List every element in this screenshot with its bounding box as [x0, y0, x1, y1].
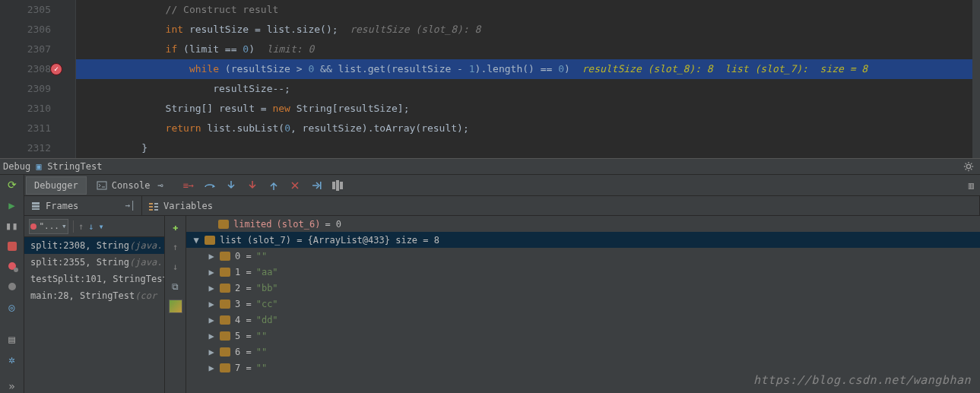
pin-icon[interactable]: ⊸ — [157, 180, 163, 191]
variable-row[interactable]: ▶1 = "aa" — [186, 264, 980, 280]
expand-icon[interactable]: ▶ — [208, 267, 215, 277]
drop-frame-icon[interactable] — [287, 178, 303, 193]
settings-icon[interactable]: ✲ — [5, 353, 20, 367]
variable-row[interactable]: ▶2 = "bb" — [186, 280, 980, 296]
code-line[interactable]: resultSize--; — [76, 79, 980, 99]
toolwindow-settings-icon[interactable] — [963, 161, 974, 172]
frame-row[interactable]: testSplit:101, StringTest — [24, 271, 164, 287]
code-line[interactable]: // Construct result — [76, 0, 980, 20]
frames-list[interactable]: split:2308, String (java.la split:2355, … — [24, 237, 164, 393]
debug-tabs: Debugger Console ⊸ ≡→ — [24, 175, 980, 196]
svg-rect-7 — [149, 206, 153, 208]
variables-icon — [148, 201, 159, 211]
frames-panel[interactable]: "... ▾ ↑ ↓ ▾ split:2308, String (java.la… — [24, 216, 165, 393]
layout-settings-icon[interactable]: ▤ — [5, 332, 20, 347]
line-number[interactable]: 2307 — [0, 40, 69, 59]
code-line[interactable]: String[] result = new String[resultSize]… — [76, 99, 980, 119]
object-icon — [205, 236, 215, 245]
breakpoint-icon[interactable] — [50, 63, 62, 75]
frames-pin-icon[interactable]: →│ — [125, 201, 135, 211]
pause-icon[interactable]: ▮▮ — [5, 219, 20, 233]
force-step-into-icon[interactable] — [245, 178, 260, 193]
debug-panel-headers: Frames →│ Variables — [24, 196, 980, 216]
code-line[interactable]: return list.subList(0, resultSize).toArr… — [76, 119, 980, 138]
next-frame-icon[interactable]: ↓ — [88, 221, 94, 232]
frames-title: Frames — [46, 201, 78, 211]
code-area[interactable]: // Construct result int resultSize = lis… — [76, 0, 980, 158]
expand-icon[interactable]: ▶ — [208, 347, 215, 357]
variable-row[interactable]: ▶6 = "" — [186, 344, 980, 360]
frame-row[interactable]: main:28, StringTest (cor — [24, 287, 164, 304]
svg-rect-9 — [154, 203, 158, 204]
code-line[interactable]: int resultSize = list.size(); resultSize… — [76, 20, 980, 40]
svg-rect-4 — [32, 205, 40, 208]
step-into-icon[interactable] — [224, 178, 239, 193]
evaluate-expression-icon[interactable] — [330, 178, 345, 193]
stop-icon[interactable] — [5, 239, 20, 253]
resume-icon[interactable]: ▶ — [5, 198, 20, 213]
variable-row[interactable]: limited (slot_6) = 0 — [186, 216, 980, 232]
variables-tree[interactable]: limited (slot_6) = 0 ▼ list (slot_7) = {… — [186, 216, 980, 393]
expand-icon[interactable]: ▼ — [192, 235, 200, 246]
rerun-icon[interactable]: ⟳ — [5, 178, 20, 192]
show-execution-point-icon[interactable]: ≡→ — [181, 178, 196, 193]
expand-icon[interactable]: ▶ — [208, 363, 215, 373]
line-number[interactable]: 2306 — [0, 20, 69, 40]
object-icon — [220, 252, 230, 261]
run-to-cursor-icon[interactable] — [309, 178, 324, 193]
run-config-name[interactable]: StringTest — [47, 161, 102, 172]
variable-row[interactable]: ▶0 = "" — [186, 248, 980, 264]
step-out-icon[interactable] — [266, 178, 281, 193]
debug-toolwindow-header[interactable]: Debug ▣ StringTest — [0, 158, 980, 175]
thread-selector[interactable]: "... ▾ — [29, 219, 68, 234]
object-icon — [220, 363, 230, 372]
nav-down-icon[interactable]: ↓ — [169, 260, 182, 274]
line-number[interactable]: 2308 — [0, 59, 69, 79]
step-over-icon[interactable] — [202, 178, 217, 193]
editor-scrollbar[interactable] — [972, 0, 980, 158]
line-number[interactable]: 2310 — [0, 99, 69, 119]
editor-gutter[interactable]: 2305 2306 2307 2308 2309 2310 2311 2312 — [0, 0, 76, 158]
object-icon — [220, 300, 230, 309]
variable-row[interactable]: ▶5 = "" — [186, 328, 980, 344]
nav-up-icon[interactable]: ↑ — [169, 240, 182, 254]
view-as-image-icon[interactable] — [169, 300, 182, 313]
watermark-text: https://blog.csdn.net/wangbhan — [753, 373, 971, 387]
svg-rect-11 — [154, 209, 158, 211]
copy-icon[interactable]: ⧉ — [169, 280, 182, 293]
expand-icon[interactable]: ▶ — [208, 315, 215, 325]
line-number[interactable]: 2309 — [0, 79, 69, 99]
expand-icon[interactable]: ▶ — [208, 331, 215, 341]
code-line-current[interactable]: while (resultSize > 0 && list.get(result… — [76, 59, 980, 79]
frame-row[interactable]: split:2308, String (java.la — [24, 237, 164, 254]
expand-icon[interactable]: ▶ — [208, 251, 215, 261]
tab-extra-icon[interactable]: ▥ — [969, 180, 974, 191]
variables-panel[interactable]: ✚ ↑ ↓ ⧉ limited (slot_6) = 0 ▼ li — [165, 216, 980, 393]
line-number[interactable]: 2312 — [0, 138, 69, 158]
expand-icon[interactable]: ▶ — [208, 283, 215, 293]
tab-debugger[interactable]: Debugger — [26, 176, 87, 195]
code-line[interactable]: if (limit == 0) limit: 0 — [76, 40, 980, 59]
variable-row[interactable]: ▼ list (slot_7) = {ArrayList@433} size =… — [186, 232, 980, 248]
frames-icon — [30, 201, 41, 211]
get-thread-dump-icon[interactable]: ◎ — [5, 300, 20, 315]
prev-frame-icon[interactable]: ↑ — [78, 221, 84, 232]
expand-icon[interactable]: ▶ — [208, 299, 215, 309]
view-breakpoints-icon[interactable] — [5, 259, 20, 274]
code-editor[interactable]: 2305 2306 2307 2308 2309 2310 2311 2312 … — [0, 0, 980, 158]
variables-header[interactable]: Variables — [142, 196, 980, 215]
variable-row[interactable]: ▶3 = "cc" — [186, 296, 980, 312]
frame-row[interactable]: split:2355, String (java.la — [24, 254, 164, 271]
code-line[interactable]: } — [76, 138, 980, 158]
line-number[interactable]: 2311 — [0, 119, 69, 138]
mute-breakpoints-icon[interactable] — [5, 280, 20, 294]
filter-frames-icon[interactable]: ▾ — [98, 221, 103, 232]
svg-rect-6 — [149, 203, 153, 204]
more-icon[interactable]: » — [5, 379, 20, 393]
line-number[interactable]: 2305 — [0, 0, 69, 20]
tab-console[interactable]: Console ⊸ — [88, 176, 172, 195]
add-watch-icon[interactable]: ✚ — [169, 220, 182, 234]
variable-row[interactable]: ▶4 = "dd" — [186, 312, 980, 328]
frames-header[interactable]: Frames →│ — [24, 196, 142, 215]
object-icon — [220, 268, 230, 277]
